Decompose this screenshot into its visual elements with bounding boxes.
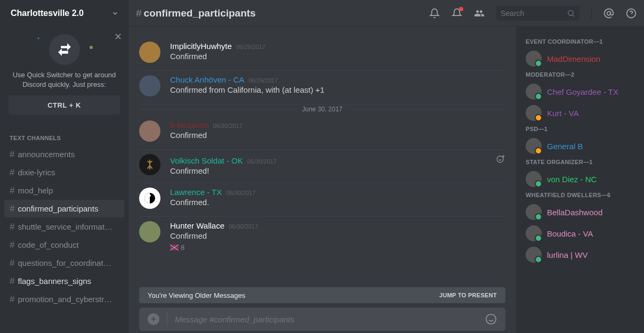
- svg-line-1: [573, 15, 574, 17]
- channel-name: confirmed_participants: [144, 7, 256, 19]
- member-row[interactable]: BellaDashwood: [521, 201, 639, 223]
- search-input[interactable]: [501, 9, 567, 18]
- hash-icon: #: [10, 185, 14, 196]
- channel-promotion_and_cyberstr-[interactable]: #promotion_and_cyberstr…: [4, 290, 124, 308]
- hash-icon: #: [10, 149, 14, 160]
- add-attachment-icon[interactable]: +: [148, 313, 159, 325]
- hash-icon: #: [10, 294, 14, 305]
- close-icon[interactable]: ✕: [114, 31, 122, 43]
- channel-label: flags_banners_signs: [18, 277, 91, 286]
- role-header: MODERATOR—2: [521, 69, 639, 81]
- date-divider-label: June 30, 2017: [296, 105, 348, 113]
- pinned-messages-icon[interactable]: [452, 8, 462, 19]
- message-row: Volkisch Soldat - OK06/30/2017Confirmed!: [139, 150, 505, 183]
- input-divider: [167, 312, 167, 327]
- avatar[interactable]: [139, 42, 160, 63]
- member-name: MadDimension: [547, 54, 600, 63]
- member-row[interactable]: Kurt - VA: [521, 102, 639, 124]
- member-row[interactable]: General B: [521, 135, 639, 157]
- toolbar-divider: [591, 7, 592, 20]
- channel-label: promotion_and_cyberstr…: [18, 295, 112, 304]
- svg-point-5: [497, 156, 503, 163]
- member-name: von Diez - NC: [547, 175, 597, 184]
- channel-announcements[interactable]: #announcements: [4, 145, 124, 163]
- channel-shuttle_service_informat-[interactable]: #shuttle_service_informat…: [4, 218, 124, 235]
- member-row[interactable]: von Diez - NC: [521, 168, 639, 190]
- avatar[interactable]: [139, 188, 160, 209]
- message-text: Confirmed!: [170, 166, 505, 175]
- server-header[interactable]: Charlottesville 2.0: [0, 0, 128, 27]
- older-messages-banner[interactable]: You're Viewing Older Messages JUMP TO PR…: [139, 287, 505, 303]
- timestamp: 06/30/2017: [229, 223, 258, 230]
- avatar: [526, 138, 542, 154]
- add-reaction-icon[interactable]: [496, 154, 505, 164]
- username[interactable]: ImplicitlyHuwhyte: [170, 42, 232, 51]
- message-input[interactable]: [175, 315, 478, 324]
- username[interactable]: Lawrence - TX: [170, 188, 222, 197]
- hash-icon: #: [10, 222, 14, 232]
- member-name: General B: [547, 142, 583, 151]
- notifications-icon[interactable]: [429, 8, 440, 19]
- channel-flags_banners_signs[interactable]: #flags_banners_signs: [4, 272, 124, 290]
- help-icon[interactable]: [626, 8, 637, 19]
- timestamp: 06/30/2017: [247, 158, 277, 165]
- avatar[interactable]: [139, 75, 160, 96]
- member-row[interactable]: lurlina | WV: [521, 244, 639, 265]
- quick-switcher-card: ✕ Use Quick Switcher to get around Disco…: [0, 27, 128, 125]
- avatar[interactable]: [139, 120, 160, 142]
- avatar: [526, 225, 542, 241]
- channel-toolbar: # confirmed_participants: [128, 0, 644, 27]
- username[interactable]: Chuck Anhöven - CA: [170, 75, 244, 84]
- chat-area: ImplicitlyHuwhyte06/29/2017ConfirmedChuc…: [128, 27, 516, 333]
- channel-mod_help[interactable]: #mod_help: [4, 182, 124, 199]
- channel-label: questions_for_coordinat…: [18, 258, 111, 267]
- member-name: Boudica - VA: [547, 229, 593, 238]
- hash-icon: #: [10, 167, 14, 178]
- channel-list: TEXT CHANNELS #announcements#dixie-lyric…: [0, 125, 128, 333]
- role-header: WHEATFIELD DWELLERS—6: [521, 190, 639, 201]
- hash-icon: #: [10, 258, 14, 269]
- channel-title: # confirmed_participants: [136, 7, 256, 19]
- channel-code_of_conduct[interactable]: #code_of_conduct: [4, 236, 124, 254]
- member-row[interactable]: Chef Goyardee - TX: [521, 81, 639, 102]
- reaction-count: 8: [181, 243, 184, 251]
- svg-point-2: [607, 11, 611, 15]
- channel-questions_for_coordinat-[interactable]: #questions_for_coordinat…: [4, 254, 124, 272]
- member-row[interactable]: Boudica - VA: [521, 223, 639, 244]
- message-row: Lawrence - TX06/30/2017Confirmed.: [139, 183, 505, 217]
- mentions-icon[interactable]: [603, 8, 614, 19]
- username[interactable]: Hunter Wallace: [170, 221, 224, 230]
- member-row[interactable]: MadDimension: [521, 48, 639, 69]
- notification-dot: [459, 7, 463, 11]
- reaction-row: 8: [170, 243, 505, 251]
- channel-label: mod_help: [18, 186, 53, 195]
- message-text: Confirmed.: [170, 198, 505, 207]
- channel-dixie-lyrics[interactable]: #dixie-lyrics: [4, 164, 124, 181]
- member-list-icon[interactable]: [474, 8, 485, 19]
- hash-icon: #: [10, 276, 14, 287]
- quick-switcher-button[interactable]: CTRL + K: [9, 95, 120, 115]
- search-box[interactable]: [496, 6, 579, 21]
- username[interactable]: Volkisch Soldat - OK: [170, 156, 243, 165]
- timestamp: 06/29/2017: [248, 77, 278, 84]
- hash-icon: #: [10, 240, 14, 250]
- avatar[interactable]: [139, 221, 160, 242]
- message-text: Confirmed: [170, 52, 505, 61]
- message-row: Chuck Anhöven - CA06/29/2017Confirmed fr…: [139, 71, 505, 104]
- timestamp: 06/29/2017: [236, 44, 265, 50]
- svg-point-13: [486, 314, 496, 324]
- channel-confirmed_participants[interactable]: #confirmed_participants: [4, 200, 124, 217]
- jump-to-present-button[interactable]: JUMP TO PRESENT: [439, 292, 497, 298]
- date-divider: June 30, 2017: [139, 105, 505, 113]
- channel-label: dixie-lyrics: [18, 168, 55, 177]
- role-header: EVENT COORDINATOR—1: [521, 36, 639, 48]
- channel-label: shuttle_service_informat…: [18, 222, 112, 231]
- avatar[interactable]: [139, 154, 160, 175]
- emoji-picker-icon[interactable]: [485, 313, 497, 325]
- timestamp: 06/30/2017: [213, 123, 243, 129]
- channel-label: announcements: [18, 150, 75, 159]
- message-row: Hunter Wallace06/30/2017Confirmed8: [139, 217, 505, 259]
- username[interactable]: b-luccason: [170, 120, 209, 129]
- chevron-down-icon: [111, 10, 119, 17]
- reaction[interactable]: 8: [170, 243, 184, 251]
